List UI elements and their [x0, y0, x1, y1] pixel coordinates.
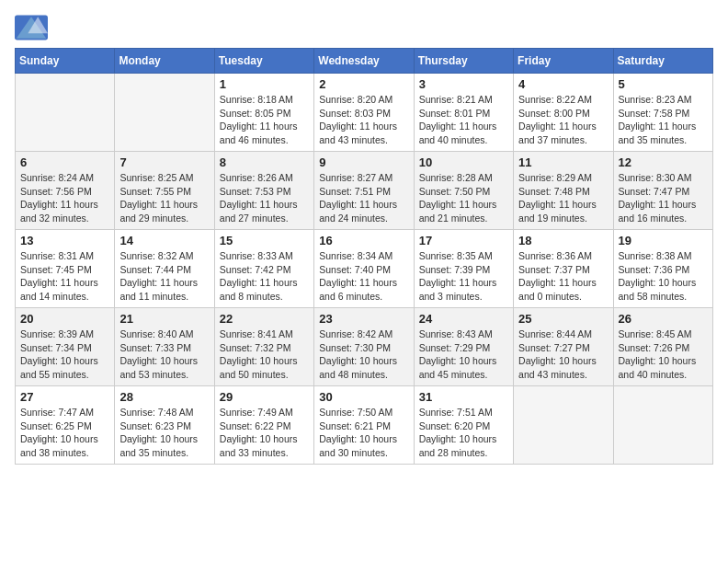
weekday-header: Monday — [115, 49, 214, 74]
weekday-header: Saturday — [613, 49, 712, 74]
weekday-header: Sunday — [16, 49, 115, 74]
cell-content: Sunrise: 8:44 AMSunset: 7:27 PMDaylight:… — [518, 327, 608, 382]
cell-content: Sunrise: 7:47 AMSunset: 6:25 PMDaylight:… — [20, 406, 109, 460]
day-number: 26 — [619, 312, 708, 326]
cell-content: Sunrise: 8:29 AMSunset: 7:48 PMDaylight:… — [518, 171, 608, 225]
calendar-cell: 21Sunrise: 8:40 AMSunset: 7:33 PMDayligh… — [115, 308, 214, 386]
cell-content: Sunrise: 8:27 AMSunset: 7:51 PMDaylight:… — [319, 171, 408, 225]
cell-content: Sunrise: 8:22 AMSunset: 8:00 PMDaylight:… — [518, 93, 608, 147]
day-number: 18 — [518, 234, 608, 247]
calendar-cell: 5Sunrise: 8:23 AMSunset: 7:58 PMDaylight… — [613, 74, 712, 152]
calendar-cell: 24Sunrise: 8:43 AMSunset: 7:29 PMDayligh… — [414, 308, 513, 386]
calendar-week-row: 13Sunrise: 8:31 AMSunset: 7:45 PMDayligh… — [16, 230, 713, 308]
day-number: 2 — [319, 77, 408, 91]
day-number: 20 — [20, 312, 109, 326]
calendar-cell: 10Sunrise: 8:28 AMSunset: 7:50 PMDayligh… — [414, 152, 513, 230]
cell-content: Sunrise: 8:41 AMSunset: 7:32 PMDaylight:… — [220, 327, 309, 382]
calendar-cell: 3Sunrise: 8:21 AMSunset: 8:01 PMDaylight… — [414, 74, 513, 152]
cell-content: Sunrise: 7:49 AMSunset: 6:22 PMDaylight:… — [220, 406, 309, 460]
cell-content: Sunrise: 8:21 AMSunset: 8:01 PMDaylight:… — [419, 93, 508, 147]
day-number: 16 — [319, 234, 408, 247]
day-number: 23 — [319, 312, 408, 326]
calendar-cell: 8Sunrise: 8:26 AMSunset: 7:53 PMDaylight… — [214, 152, 313, 230]
day-number: 1 — [220, 77, 309, 91]
cell-content: Sunrise: 8:18 AMSunset: 8:05 PMDaylight:… — [220, 93, 309, 147]
day-number: 9 — [319, 155, 408, 169]
calendar-cell: 9Sunrise: 8:27 AMSunset: 7:51 PMDaylight… — [314, 152, 414, 230]
calendar-cell: 13Sunrise: 8:31 AMSunset: 7:45 PMDayligh… — [16, 230, 115, 308]
calendar-week-row: 1Sunrise: 8:18 AMSunset: 8:05 PMDaylight… — [16, 74, 713, 152]
calendar-cell — [16, 74, 115, 152]
calendar-cell: 7Sunrise: 8:25 AMSunset: 7:55 PMDaylight… — [115, 152, 214, 230]
cell-content: Sunrise: 8:34 AMSunset: 7:40 PMDaylight:… — [319, 249, 408, 304]
calendar-cell: 1Sunrise: 8:18 AMSunset: 8:05 PMDaylight… — [214, 74, 313, 152]
cell-content: Sunrise: 8:40 AMSunset: 7:33 PMDaylight:… — [119, 327, 209, 382]
cell-content: Sunrise: 8:24 AMSunset: 7:56 PMDaylight:… — [20, 171, 109, 225]
calendar-week-row: 20Sunrise: 8:39 AMSunset: 7:34 PMDayligh… — [16, 308, 713, 386]
cell-content: Sunrise: 8:36 AMSunset: 7:37 PMDaylight:… — [518, 249, 608, 304]
day-number: 8 — [220, 155, 309, 169]
cell-content: Sunrise: 8:32 AMSunset: 7:44 PMDaylight:… — [119, 249, 209, 304]
cell-content: Sunrise: 7:51 AMSunset: 6:20 PMDaylight:… — [419, 406, 508, 460]
calendar-cell: 27Sunrise: 7:47 AMSunset: 6:25 PMDayligh… — [16, 386, 115, 465]
calendar-cell: 4Sunrise: 8:22 AMSunset: 8:00 PMDaylight… — [514, 74, 613, 152]
calendar-table: SundayMondayTuesdayWednesdayThursdayFrid… — [15, 48, 713, 465]
day-number: 11 — [518, 155, 608, 169]
calendar-header: SundayMondayTuesdayWednesdayThursdayFrid… — [16, 49, 713, 74]
day-number: 27 — [20, 390, 109, 404]
logo — [15, 15, 53, 40]
cell-content: Sunrise: 8:30 AMSunset: 7:47 PMDaylight:… — [619, 171, 708, 225]
cell-content: Sunrise: 7:48 AMSunset: 6:23 PMDaylight:… — [119, 406, 209, 460]
calendar-cell: 26Sunrise: 8:45 AMSunset: 7:26 PMDayligh… — [613, 308, 712, 386]
day-number: 4 — [518, 77, 608, 91]
calendar-cell: 19Sunrise: 8:38 AMSunset: 7:36 PMDayligh… — [613, 230, 712, 308]
day-number: 14 — [119, 234, 209, 247]
day-number: 13 — [20, 234, 109, 247]
calendar-cell: 29Sunrise: 7:49 AMSunset: 6:22 PMDayligh… — [214, 386, 313, 465]
day-number: 30 — [319, 390, 408, 404]
weekday-header: Wednesday — [314, 49, 414, 74]
calendar-cell: 20Sunrise: 8:39 AMSunset: 7:34 PMDayligh… — [16, 308, 115, 386]
calendar-cell: 25Sunrise: 8:44 AMSunset: 7:27 PMDayligh… — [514, 308, 613, 386]
day-number: 31 — [419, 390, 508, 404]
day-number: 29 — [220, 390, 309, 404]
calendar-week-row: 6Sunrise: 8:24 AMSunset: 7:56 PMDaylight… — [16, 152, 713, 230]
calendar-cell: 11Sunrise: 8:29 AMSunset: 7:48 PMDayligh… — [514, 152, 613, 230]
calendar-cell — [115, 74, 214, 152]
calendar-cell: 31Sunrise: 7:51 AMSunset: 6:20 PMDayligh… — [414, 386, 513, 465]
cell-content: Sunrise: 8:25 AMSunset: 7:55 PMDaylight:… — [119, 171, 209, 225]
day-number: 25 — [518, 312, 608, 326]
calendar-cell: 18Sunrise: 8:36 AMSunset: 7:37 PMDayligh… — [514, 230, 613, 308]
logo-icon — [15, 15, 48, 40]
calendar-cell: 22Sunrise: 8:41 AMSunset: 7:32 PMDayligh… — [214, 308, 313, 386]
calendar-cell: 30Sunrise: 7:50 AMSunset: 6:21 PMDayligh… — [314, 386, 414, 465]
day-number: 19 — [619, 234, 708, 247]
day-number: 12 — [619, 155, 708, 169]
calendar-cell: 14Sunrise: 8:32 AMSunset: 7:44 PMDayligh… — [115, 230, 214, 308]
day-number: 7 — [119, 155, 209, 169]
day-number: 10 — [419, 155, 508, 169]
calendar-cell: 17Sunrise: 8:35 AMSunset: 7:39 PMDayligh… — [414, 230, 513, 308]
calendar-cell: 15Sunrise: 8:33 AMSunset: 7:42 PMDayligh… — [214, 230, 313, 308]
day-number: 24 — [419, 312, 508, 326]
cell-content: Sunrise: 8:28 AMSunset: 7:50 PMDaylight:… — [419, 171, 508, 225]
day-number: 22 — [220, 312, 309, 326]
day-number: 21 — [119, 312, 209, 326]
header — [15, 15, 713, 40]
calendar-week-row: 27Sunrise: 7:47 AMSunset: 6:25 PMDayligh… — [16, 386, 713, 465]
cell-content: Sunrise: 8:43 AMSunset: 7:29 PMDaylight:… — [419, 327, 508, 382]
day-number: 17 — [419, 234, 508, 247]
calendar-cell: 12Sunrise: 8:30 AMSunset: 7:47 PMDayligh… — [613, 152, 712, 230]
cell-content: Sunrise: 8:42 AMSunset: 7:30 PMDaylight:… — [319, 327, 408, 382]
day-number: 3 — [419, 77, 508, 91]
cell-content: Sunrise: 7:50 AMSunset: 6:21 PMDaylight:… — [319, 406, 408, 460]
cell-content: Sunrise: 8:23 AMSunset: 7:58 PMDaylight:… — [619, 93, 708, 147]
weekday-header: Tuesday — [214, 49, 313, 74]
day-number: 28 — [119, 390, 209, 404]
calendar-cell: 16Sunrise: 8:34 AMSunset: 7:40 PMDayligh… — [314, 230, 414, 308]
cell-content: Sunrise: 8:20 AMSunset: 8:03 PMDaylight:… — [319, 93, 408, 147]
weekday-header: Friday — [514, 49, 613, 74]
cell-content: Sunrise: 8:31 AMSunset: 7:45 PMDaylight:… — [20, 249, 109, 304]
calendar-cell: 2Sunrise: 8:20 AMSunset: 8:03 PMDaylight… — [314, 74, 414, 152]
calendar-cell: 6Sunrise: 8:24 AMSunset: 7:56 PMDaylight… — [16, 152, 115, 230]
